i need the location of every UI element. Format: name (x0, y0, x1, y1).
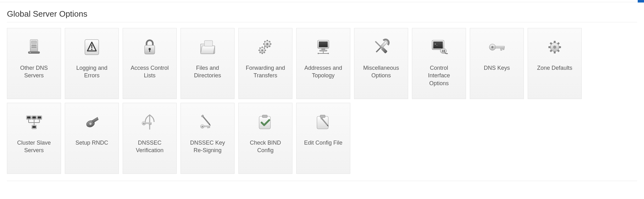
tile-label: Control Interface Options (425, 64, 452, 87)
tile-dnssec-verification[interactable]: DNSSEC Verification (123, 103, 177, 174)
gears-icon (255, 37, 275, 57)
tile-label: Forwarding and Transfers (243, 64, 287, 80)
server-icon (24, 37, 44, 57)
divider-top (7, 22, 637, 22)
tile-setup-rndc[interactable]: Setup RNDC (65, 103, 119, 174)
section-title: Global Server Options (7, 9, 637, 19)
tile-label: Other DNS Servers (18, 64, 50, 80)
verify-key-icon (140, 112, 160, 132)
tools-icon (371, 37, 391, 57)
tile-label: Logging and Errors (74, 64, 110, 80)
tile-label: Edit Config File (302, 139, 345, 146)
tile-label: Setup RNDC (73, 139, 111, 146)
warning-icon (82, 37, 102, 57)
tile-other-dns-servers[interactable]: Other DNS Servers (7, 28, 61, 99)
tile-control-interface-options[interactable]: Control Interface Options (412, 28, 466, 99)
tile-label: Access Control Lists (128, 64, 171, 80)
tile-label: Files and Directories (192, 64, 224, 80)
tile-dnssec-key-re-signing[interactable]: DNSSEC Key Re-Signing (180, 103, 235, 174)
active-tab-marker (638, 0, 644, 3)
key-icon (487, 37, 507, 57)
lock-icon (140, 37, 160, 57)
tile-label: Check BIND Config (247, 139, 283, 154)
tile-edit-config-file[interactable]: Edit Config File (296, 103, 350, 174)
monitor-net-icon (313, 37, 333, 57)
divider-bottom (7, 181, 637, 181)
tile-forwarding-and-transfers[interactable]: Forwarding and Transfers (238, 28, 292, 99)
top-bar (0, 0, 644, 2)
tile-miscellaneous-options[interactable]: Miscellaneous Options (354, 28, 408, 99)
tile-label: Cluster Slave Servers (14, 139, 53, 154)
tile-dns-keys[interactable]: DNS Keys (470, 28, 524, 99)
tile-zone-defaults[interactable]: Zone Defaults (528, 28, 582, 99)
tile-label: Addresses and Topology (302, 64, 345, 80)
gear-icon (545, 37, 565, 57)
tile-cluster-slave-servers[interactable]: Cluster Slave Servers (7, 103, 61, 174)
tile-access-control-lists[interactable]: Access Control Lists (123, 28, 177, 99)
whistle-icon (82, 112, 102, 132)
tile-label: Zone Defaults (535, 64, 575, 72)
tile-files-and-directories[interactable]: Files and Directories (180, 28, 235, 99)
check-config-icon (255, 112, 275, 132)
terminal-plug-icon (429, 37, 449, 57)
tile-grid: Other DNS ServersLogging and ErrorsAcces… (7, 28, 637, 174)
folder-icon (197, 37, 218, 57)
tile-label: DNSSEC Key Re-Signing (187, 139, 227, 154)
tile-addresses-and-topology[interactable]: Addresses and Topology (296, 28, 350, 99)
resign-key-icon (197, 112, 218, 132)
tile-logging-and-errors[interactable]: Logging and Errors (65, 28, 119, 99)
tile-label: DNS Keys (481, 64, 512, 72)
tile-check-bind-config[interactable]: Check BIND Config (238, 103, 292, 174)
tile-label: Miscellaneous Options (361, 64, 402, 80)
cluster-icon (24, 112, 44, 132)
tile-label: DNSSEC Verification (133, 139, 166, 154)
edit-config-icon (313, 112, 333, 132)
